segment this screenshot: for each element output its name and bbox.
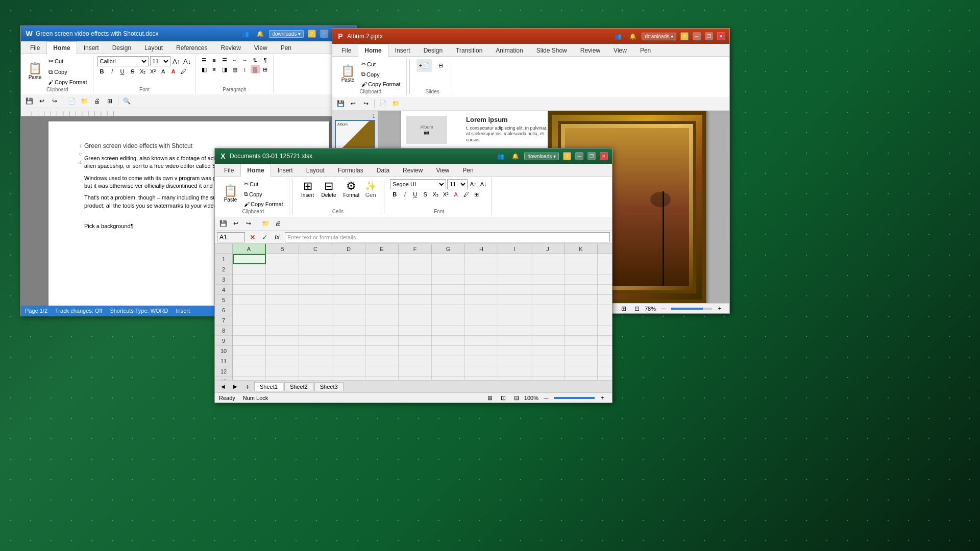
excel-cell-I4[interactable]: [498, 285, 531, 295]
excel-row-header-3[interactable]: 3: [215, 274, 233, 285]
ppt-tab-slideshow[interactable]: Slide Show: [530, 44, 574, 57]
ppt-copy-btn[interactable]: ⧉ Copy: [359, 69, 403, 79]
word-borders-btn[interactable]: ⊞: [261, 65, 270, 73]
excel-cell-E12[interactable]: [365, 366, 399, 377]
excel-cell-C10[interactable]: [299, 346, 332, 356]
ppt-downloads-btn[interactable]: downloads ▾: [642, 33, 676, 40]
excel-cell-A8[interactable]: [233, 325, 266, 336]
ppt-zoom-in-btn[interactable]: +: [714, 303, 725, 314]
word-qa-print-btn[interactable]: 🖨: [91, 95, 103, 107]
ppt-people-btn[interactable]: 👥: [612, 33, 624, 40]
excel-cell-E13[interactable]: [365, 377, 399, 380]
word-highlight-btn[interactable]: 🖊: [179, 67, 188, 76]
excel-cell-G12[interactable]: [432, 366, 465, 377]
excel-cell-K10[interactable]: [565, 346, 598, 356]
word-qa-table-btn[interactable]: ⊞: [104, 95, 115, 107]
word-numbering-btn[interactable]: ≡: [210, 56, 219, 64]
excel-cell-F3[interactable]: [399, 274, 432, 285]
ppt-restore-btn[interactable]: ❐: [705, 32, 713, 40]
word-increase-indent-btn[interactable]: →: [240, 56, 250, 64]
excel-subscript-btn[interactable]: X₂: [431, 190, 440, 198]
excel-cell-F4[interactable]: [399, 285, 432, 295]
ppt-tab-animation[interactable]: Animation: [489, 44, 529, 57]
excel-row-header-5[interactable]: 5: [215, 295, 233, 305]
excel-cell-D1[interactable]: [332, 254, 365, 264]
excel-minimize-btn[interactable]: ─: [575, 152, 583, 160]
excel-cell-H3[interactable]: [465, 274, 498, 285]
word-font-color-btn[interactable]: A: [169, 67, 178, 76]
excel-formula-input[interactable]: Enter text or formula details.: [285, 232, 610, 242]
excel-cell-G1[interactable]: [432, 254, 465, 264]
excel-cell-J3[interactable]: [531, 274, 565, 285]
excel-qa-save-btn[interactable]: 💾: [217, 218, 229, 229]
excel-cell-A1[interactable]: [233, 254, 266, 264]
excel-cell-B12[interactable]: [266, 366, 299, 377]
excel-cell-A10[interactable]: [233, 346, 266, 356]
excel-cell-K3[interactable]: [565, 274, 598, 285]
excel-cell-F9[interactable]: [399, 336, 432, 346]
excel-cell-D9[interactable]: [332, 336, 365, 346]
excel-italic-btn[interactable]: I: [400, 190, 409, 198]
excel-sheet-nav-right[interactable]: ▶: [230, 381, 241, 392]
excel-cell-L4[interactable]: [598, 285, 612, 295]
word-decrease-indent-btn[interactable]: ←: [230, 56, 239, 64]
word-qa-new-btn[interactable]: 📄: [66, 95, 77, 107]
excel-cell-B9[interactable]: [266, 336, 299, 346]
excel-col-i[interactable]: I: [498, 244, 531, 254]
excel-col-e[interactable]: E: [365, 244, 399, 254]
word-line-spacing-btn[interactable]: ↕: [240, 65, 250, 73]
ppt-layout-btn[interactable]: ⊟: [433, 59, 448, 72]
word-shading-btn[interactable]: ▒: [251, 65, 260, 73]
word-tab-insert[interactable]: Insert: [77, 41, 106, 54]
excel-row-header-2[interactable]: 2: [215, 264, 233, 274]
excel-sheet-nav-left[interactable]: ◀: [217, 381, 229, 392]
excel-cell-H5[interactable]: [465, 295, 498, 305]
excel-cell-K11[interactable]: [565, 356, 598, 366]
excel-cell-H8[interactable]: [465, 325, 498, 336]
excel-cell-K1[interactable]: [565, 254, 598, 264]
excel-tab-pen[interactable]: Pen: [456, 164, 480, 177]
excel-cell-L3[interactable]: [598, 274, 612, 285]
excel-row-header-4[interactable]: 4: [215, 285, 233, 295]
excel-tab-layout[interactable]: Layout: [300, 164, 331, 177]
excel-cell-I9[interactable]: [498, 336, 531, 346]
excel-cell-G13[interactable]: [432, 377, 465, 380]
excel-row-header-12[interactable]: 12: [215, 366, 233, 377]
word-minimize-btn[interactable]: ─: [320, 30, 328, 38]
excel-cell-F12[interactable]: [399, 366, 432, 377]
excel-cell-I2[interactable]: [498, 264, 531, 274]
excel-sheet-add-btn[interactable]: +: [242, 381, 253, 392]
excel-cell-C8[interactable]: [299, 325, 332, 336]
word-pilcrow-btn[interactable]: ¶: [261, 56, 270, 64]
excel-cell-L9[interactable]: [598, 336, 612, 346]
word-font-size-select[interactable]: 11: [150, 56, 170, 66]
excel-cell-D6[interactable]: [332, 305, 365, 315]
ppt-tab-review[interactable]: Review: [574, 44, 607, 57]
excel-cell-C5[interactable]: [299, 295, 332, 305]
excel-cell-G2[interactable]: [432, 264, 465, 274]
excel-cell-B5[interactable]: [266, 295, 299, 305]
word-subscript-btn[interactable]: X₂: [138, 67, 148, 76]
word-bold-btn[interactable]: B: [97, 67, 107, 76]
excel-cell-B13[interactable]: [266, 377, 299, 380]
excel-cell-C4[interactable]: [299, 285, 332, 295]
excel-bell-btn[interactable]: 🔔: [509, 153, 522, 160]
excel-cell-C7[interactable]: [299, 315, 332, 325]
excel-cell-I7[interactable]: [498, 315, 531, 325]
excel-cell-L10[interactable]: [598, 346, 612, 356]
excel-cell-B11[interactable]: [266, 356, 299, 366]
word-align-right-btn[interactable]: ◨: [220, 65, 229, 73]
excel-people-btn[interactable]: 👥: [495, 153, 507, 160]
excel-cell-A11[interactable]: [233, 356, 266, 366]
excel-underline-btn[interactable]: U: [410, 190, 420, 198]
excel-tab-file[interactable]: File: [217, 164, 240, 177]
excel-cell-D4[interactable]: [332, 285, 365, 295]
excel-cell-G5[interactable]: [432, 295, 465, 305]
excel-cell-A4[interactable]: [233, 285, 266, 295]
word-tab-references[interactable]: References: [169, 41, 214, 54]
ppt-slide-thumb-1[interactable]: Album: [335, 120, 375, 151]
excel-cell-C2[interactable]: [299, 264, 332, 274]
word-paste-btn[interactable]: 📋 Paste: [25, 61, 45, 82]
excel-cell-J6[interactable]: [531, 305, 565, 315]
excel-sheet-3[interactable]: Sheet3: [314, 382, 344, 391]
